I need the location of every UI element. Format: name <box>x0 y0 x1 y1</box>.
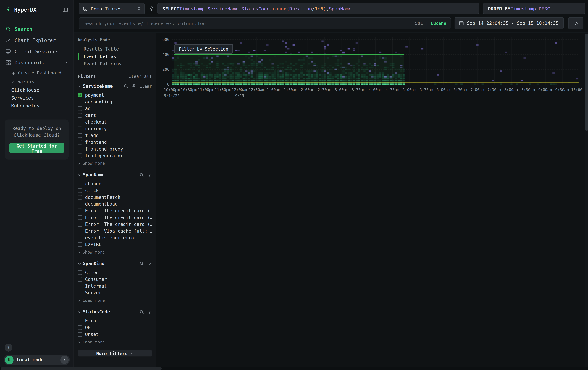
sidebar-item-clickhouse[interactable]: ClickHouse <box>0 86 74 94</box>
sidebar-item-dashboards[interactable]: Dashboards <box>0 57 74 68</box>
show-more-button[interactable]: Load more <box>78 297 152 304</box>
checkbox[interactable] <box>78 127 82 131</box>
checkbox[interactable] <box>78 113 82 118</box>
search-icon[interactable] <box>139 173 144 177</box>
checkbox[interactable] <box>78 153 82 158</box>
checkbox[interactable] <box>78 106 82 111</box>
checkbox[interactable] <box>78 215 82 220</box>
sidebar-collapse-icon[interactable] <box>62 7 68 13</box>
show-more-button[interactable]: Show more <box>78 249 152 255</box>
filter-option-payment[interactable]: payment <box>78 92 152 99</box>
checkbox[interactable] <box>78 147 82 151</box>
help-button[interactable]: ? <box>4 344 12 352</box>
checkbox-checked[interactable] <box>78 93 82 97</box>
checkbox[interactable] <box>78 229 82 233</box>
filter-option-client[interactable]: Client <box>78 269 152 276</box>
pin-icon[interactable] <box>147 310 152 314</box>
sidebar-item-client-sessions[interactable]: Client Sessions <box>0 46 74 57</box>
filter-option-documentload[interactable]: documentLoad <box>78 201 152 208</box>
checkbox[interactable] <box>78 195 82 200</box>
checkbox[interactable] <box>78 202 82 206</box>
horizontal-scrollbar[interactable] <box>0 367 588 370</box>
search-icon[interactable] <box>139 261 144 266</box>
gear-icon[interactable] <box>147 4 156 13</box>
order-by-input[interactable]: ORDER BY Timestamp DESC <box>483 3 585 14</box>
search-icon[interactable] <box>124 84 128 88</box>
filter-option-frontend[interactable]: frontend <box>78 139 152 146</box>
filter-option-eventlistener-error[interactable]: eventListener.error <box>78 234 152 241</box>
checkbox[interactable] <box>78 270 82 275</box>
filter-option-documentfetch[interactable]: documentFetch <box>78 194 152 201</box>
filter-option-load-generator[interactable]: load-generator <box>78 152 152 159</box>
filter-option-accounting[interactable]: accounting <box>78 99 152 105</box>
search-input[interactable] <box>84 20 415 27</box>
checkbox[interactable] <box>78 319 82 323</box>
show-more-button[interactable]: Show more <box>78 160 152 167</box>
checkbox[interactable] <box>78 325 82 330</box>
filter-group-header[interactable]: ServiceName Clear <box>78 83 152 90</box>
sidebar-item-kubernetes[interactable]: Kubernetes <box>0 102 74 110</box>
filter-option-expire[interactable]: EXPIRE <box>78 241 152 248</box>
chevron-right-icon[interactable] <box>60 356 69 364</box>
filter-group-header[interactable]: SpanName <box>78 171 152 178</box>
filter-option-error-the-credit-card[interactable]: Error: The credit card (… <box>78 221 152 228</box>
filter-option-unset[interactable]: Unset <box>78 331 152 338</box>
filter-option-click[interactable]: click <box>78 187 152 194</box>
filter-group-header[interactable]: StatusCode <box>78 309 152 315</box>
filter-group-header[interactable]: SpanKind <box>78 260 152 267</box>
chart-selection[interactable] <box>174 54 404 84</box>
checkbox[interactable] <box>78 133 82 138</box>
checkbox[interactable] <box>78 120 82 124</box>
search-icon[interactable] <box>139 310 144 314</box>
checkbox[interactable] <box>78 242 82 247</box>
pin-icon[interactable] <box>132 84 136 88</box>
checkbox[interactable] <box>78 284 82 289</box>
pin-icon[interactable] <box>147 173 152 177</box>
filter-option-frontend-proxy[interactable]: frontend-proxy <box>78 146 152 152</box>
filter-option-cart[interactable]: cart <box>78 112 152 119</box>
checkbox[interactable] <box>78 100 82 104</box>
language-toggle-lucene[interactable]: Lucene <box>431 20 446 26</box>
create-dashboard-button[interactable]: Create Dashboard <box>0 68 74 78</box>
checkbox[interactable] <box>78 209 82 213</box>
filter-option-change[interactable]: change <box>78 180 152 187</box>
run-query-button[interactable] <box>568 17 584 29</box>
checkbox[interactable] <box>78 140 82 145</box>
presets-toggle[interactable]: PRESETS <box>0 78 74 86</box>
checkbox[interactable] <box>78 182 82 186</box>
vertical-scrollbar-thumb[interactable] <box>585 34 588 131</box>
time-range-picker[interactable]: Sep 14 22:04:35 - Sep 15 10:04:35 <box>454 17 564 29</box>
checkbox[interactable] <box>78 222 82 227</box>
filter-option-internal[interactable]: Internal <box>78 283 152 290</box>
more-filters-button[interactable]: More filters <box>78 350 152 357</box>
filter-option-error-the-credit-card[interactable]: Error: The credit card (… <box>78 208 152 214</box>
checkbox[interactable] <box>78 188 82 193</box>
filter-option-error-the-credit-card[interactable]: Error: The credit card (… <box>78 214 152 221</box>
filter-option-error[interactable]: Error <box>78 318 152 324</box>
filter-option-checkout[interactable]: checkout <box>78 119 152 125</box>
filter-option-error-visa-cache-full[interactable]: Error: Visa cache full: … <box>78 228 152 234</box>
checkbox[interactable] <box>78 277 82 282</box>
analysis-mode-results-table[interactable]: Results Table <box>78 45 152 53</box>
checkbox[interactable] <box>78 332 82 337</box>
user-menu[interactable]: U Local mode <box>4 355 70 365</box>
language-toggle-sql[interactable]: SQL <box>415 20 423 26</box>
sidebar-item-search[interactable]: Search <box>0 23 74 34</box>
source-select[interactable]: Demo Traces <box>79 3 145 14</box>
sidebar-item-chart-explorer[interactable]: Chart Explorer <box>0 34 74 46</box>
show-more-button[interactable]: Load more <box>78 339 152 345</box>
analysis-mode-event-patterns[interactable]: Event Patterns <box>78 60 152 68</box>
analysis-mode-event-deltas[interactable]: Event Deltas <box>78 53 152 60</box>
vertical-scrollbar[interactable] <box>585 33 588 367</box>
horizontal-scrollbar-thumb[interactable] <box>1 367 162 370</box>
sidebar-item-services[interactable]: Services <box>0 94 74 102</box>
checkbox[interactable] <box>78 290 82 295</box>
pin-icon[interactable] <box>147 261 152 266</box>
filter-clear-button[interactable]: Clear <box>139 84 152 89</box>
sql-select-input[interactable]: SELECT Timestamp, ServiceName, StatusCod… <box>158 3 479 14</box>
filter-by-selection-button[interactable]: Filter by Selection <box>174 44 233 54</box>
filter-option-ad[interactable]: ad <box>78 105 152 112</box>
filter-option-currency[interactable]: currency <box>78 125 152 132</box>
filter-option-consumer[interactable]: Consumer <box>78 276 152 283</box>
clear-all-button[interactable]: Clear all <box>128 74 152 79</box>
